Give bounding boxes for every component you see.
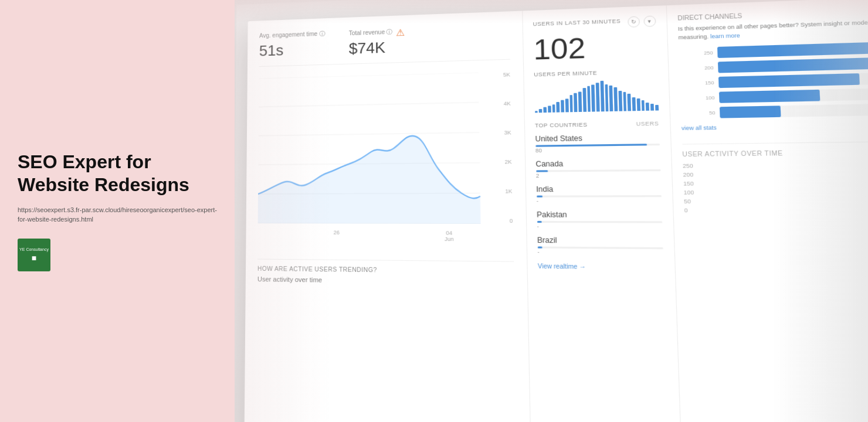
view-realtime-link[interactable]: View realtime → [538,263,664,271]
y-axis: 5K 4K 3K 2K 1K 0 [485,72,513,224]
right-number: 250 [683,160,868,169]
bottom-section: USER ACTIVITY OVER TIME 250200150100500 [682,140,868,213]
bar-mini-item [636,98,640,111]
country-bar [536,196,542,198]
country-row: Canada 2 [535,159,660,179]
chart-area: Avg. engagement time ⓘ 51s Total revenue… [245,11,531,422]
country-value: 2 [536,172,661,179]
bar-mini-item [561,100,564,113]
logo-text: YE Consultancy [19,247,49,252]
country-name: United States [535,133,659,144]
bar-mini-item [609,86,613,111]
h-bar-fill [718,73,860,88]
page-url: https://seoexpert.s3.fr-par.scw.cloud/hi… [18,205,217,224]
right-numbers: 250200150100500 [683,160,868,213]
bar-mini-item [650,104,654,111]
bar-mini-item [565,98,569,112]
country-value: - [537,198,662,204]
country-bar-container [536,195,661,198]
bar-mini-item [646,103,649,111]
country-bar [537,247,542,249]
bar-mini-item [591,84,595,112]
svg-line-0 [259,73,478,79]
country-value: 80 [535,146,660,154]
metric-revenue-value: $74K [349,38,405,58]
chart-metrics: Avg. engagement time ⓘ 51s Total revenue… [259,23,510,67]
countries-list: United States 80 Canada 2 India - Pakist… [535,133,663,256]
bar-mini-item [535,111,538,113]
bar-mini-item [587,86,591,111]
country-name: India [536,185,661,194]
country-value: - [537,249,663,256]
h-bar-track [718,72,868,89]
bar-mini-item [605,84,609,111]
realtime-controls[interactable]: ↻ ▾ [628,16,656,28]
realtime-panel: USERS IN LAST 30 MINUTES ↻ ▾ 102 USERS P… [523,5,681,422]
bar-mini-item [623,92,626,111]
bar-mini-item [569,95,573,112]
view-all-link[interactable]: view all stats [681,120,868,131]
far-right-panel: DIRECT CHANNELS Is this experience on al… [666,0,868,422]
country-row: India - [536,185,662,205]
y-label-3k: 3K [504,130,511,136]
dashboard-inner: Avg. engagement time ⓘ 51s Total revenue… [245,0,868,422]
h-bar-row: 50 50,000 [681,102,868,119]
line-chart-svg [258,73,481,224]
x-label-26: 26 [334,230,340,242]
y-label-2k: 2K [504,159,511,165]
metric-engagement: Avg. engagement time ⓘ 51s [259,30,325,60]
h-bar-label: 150 [680,80,714,86]
h-bar-fill [717,57,868,73]
bar-mini-item [574,93,577,113]
realtime-header-row: USERS IN LAST 30 MINUTES ↻ ▾ [533,16,656,31]
right-number: 200 [683,169,868,178]
annotation-link[interactable]: learn more [710,32,740,39]
chart-svg-container [258,73,481,224]
country-row: Pakistan - [537,210,662,230]
h-bar-row: 250 250,000 [679,39,868,59]
metric-revenue-label: Total revenue ⓘ [349,28,393,37]
country-row: Brazil - [537,236,663,256]
bar-mini-item [548,106,551,113]
right-number: 0 [684,207,868,213]
users-per-min-label: USERS PER MINUTE [534,69,657,78]
bar-mini-item [641,100,645,111]
country-value: - [537,223,662,230]
bar-mini-item [632,97,636,111]
country-name: Canada [535,159,660,169]
trending-label: HOW ARE ACTIVE USERS TRENDING? [257,266,514,275]
realtime-refresh-btn[interactable]: ↻ [628,16,640,28]
view-realtime-label: View realtime → [538,263,586,270]
right-number: 150 [683,179,868,187]
logo-box: YE Consultancy ■ [18,239,50,271]
bar-mini-item [557,102,560,112]
top-countries-header: TOP COUNTRIES USERS [535,120,659,128]
country-bar [536,170,548,172]
h-bar-track [717,56,868,73]
horizontal-bar-chart: 250 250,000 200 200,000 150 150,000 100 … [679,39,868,119]
h-bar-fill [717,40,868,58]
realtime-menu-btn[interactable]: ▾ [643,16,656,27]
h-bar-fill [718,90,820,103]
dashboard-panel: Avg. engagement time ⓘ 51s Total revenue… [235,0,868,422]
metric-revenue: Total revenue ⓘ ⚠ $74K [349,27,405,58]
right-number: 100 [683,188,868,196]
h-bar-row: 100 100,000 [680,86,868,104]
users-column-label: USERS [636,120,659,127]
svg-line-2 [259,132,480,136]
bottom-title: USER ACTIVITY OVER TIME [682,148,868,158]
country-name: Pakistan [537,210,662,219]
bar-mini-item [596,83,600,112]
logo-icon: ■ [32,253,36,263]
y-label-4k: 4K [504,100,511,107]
realtime-count: 102 [533,32,657,64]
page-title: SEO Expert for Website Redesigns [18,151,217,196]
bar-mini-item [539,109,542,113]
h-bar-label: 50 [681,110,716,116]
h-bar-label: 250 [679,50,713,56]
x-label-04: 04Jun [445,230,454,242]
metric-engagement-label: Avg. engagement time ⓘ [259,30,325,40]
bar-mini-item [543,107,546,113]
y-label-1k: 1K [505,188,512,195]
country-name: Brazil [537,236,663,245]
